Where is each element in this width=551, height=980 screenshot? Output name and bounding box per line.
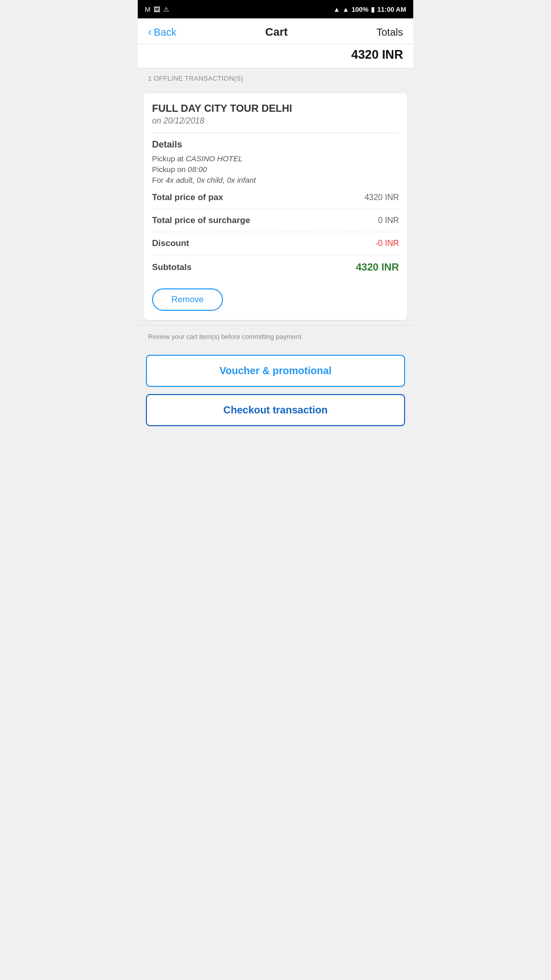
price-row-subtotals: Subtotals 4320 INR: [152, 255, 399, 279]
status-bar-left: M 🖼 ⚠: [145, 6, 169, 13]
pickup-time-value: 08:00: [188, 165, 207, 174]
voucher-button[interactable]: Voucher & promotional: [146, 355, 405, 387]
price-pax-label: Total price of pax: [152, 192, 223, 203]
status-bar-right: ▲ ▲ 100% ▮ 11:00 AM: [333, 6, 406, 13]
back-button[interactable]: ‹ Back: [148, 27, 177, 38]
back-label: Back: [154, 27, 176, 38]
clock: 11:00 AM: [377, 6, 406, 13]
alert-icon: ⚠: [163, 6, 169, 13]
totals-label: Totals: [377, 27, 403, 38]
image-icon: 🖼: [154, 6, 160, 13]
passengers-value: 4x adult, 0x child, 0x infant: [166, 176, 256, 184]
price-subtotals-value: 4320 INR: [356, 261, 399, 273]
totals-amount: 4320 INR: [352, 47, 403, 61]
checkout-button[interactable]: Checkout transaction: [146, 394, 405, 426]
price-subtotals-label: Subtotals: [152, 262, 191, 273]
signal-icon: ▲: [342, 6, 349, 13]
tour-title: FULL DAY CITY TOUR DELHI: [152, 103, 399, 114]
price-surcharge-value: 0 INR: [378, 216, 399, 225]
page-title: Cart: [265, 26, 288, 39]
divider-1: [152, 133, 399, 133]
price-surcharge-label: Total price of surcharge: [152, 215, 250, 226]
totals-row: 4320 INR: [138, 44, 413, 68]
review-notice: Review your cart item(s) before committi…: [138, 325, 413, 348]
action-buttons: Voucher & promotional Checkout transacti…: [138, 348, 413, 433]
pickup-location-value: CASINO HOTEL: [186, 154, 243, 163]
header: ‹ Back Cart Totals: [138, 18, 413, 44]
battery-icon: ▮: [371, 6, 374, 13]
chevron-left-icon: ‹: [148, 27, 152, 38]
pickup-time: Pickup on 08:00: [152, 165, 399, 174]
price-row-pax: Total price of pax 4320 INR: [152, 186, 399, 209]
tour-date: on 20/12/2018: [152, 116, 399, 126]
price-discount-label: Discount: [152, 238, 189, 249]
status-bar: M 🖼 ⚠ ▲ ▲ 100% ▮ 11:00 AM: [138, 0, 413, 18]
wifi-icon: ▲: [333, 6, 340, 13]
price-discount-value: -0 INR: [375, 239, 399, 248]
section-label: 1 OFFLINE TRANSACTION(S): [138, 68, 413, 88]
battery-percent: 100%: [352, 6, 368, 13]
gmail-icon: M: [145, 6, 151, 13]
passengers: For 4x adult, 0x child, 0x infant: [152, 176, 399, 184]
remove-button[interactable]: Remove: [152, 288, 223, 311]
pickup-location: Pickup at CASINO HOTEL: [152, 154, 399, 163]
price-row-surcharge: Total price of surcharge 0 INR: [152, 209, 399, 232]
price-row-discount: Discount -0 INR: [152, 232, 399, 255]
price-pax-value: 4320 INR: [364, 193, 399, 202]
details-heading: Details: [152, 139, 399, 150]
cart-card: FULL DAY CITY TOUR DELHI on 20/12/2018 D…: [144, 93, 407, 320]
